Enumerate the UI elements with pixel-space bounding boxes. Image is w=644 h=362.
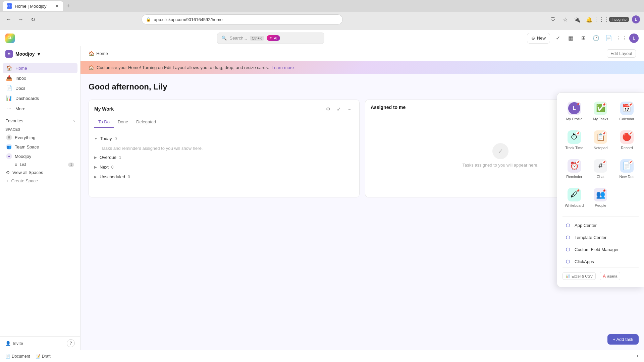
dropdown-menu-item-custom-field[interactable]: ⬡ Custom Field Manager (562, 243, 639, 255)
close-tab-icon[interactable]: ✕ (55, 3, 59, 9)
ai-badge[interactable]: ✦ AI (267, 35, 280, 41)
forward-button[interactable]: → (16, 15, 25, 24)
sidebar-item-dashboards[interactable]: 📊 Dashboards (3, 93, 77, 103)
footer-add-btn[interactable]: + (636, 354, 639, 359)
view-all-spaces[interactable]: ⊙ View all Spaces (3, 168, 77, 177)
my-profile-label: My Profile (566, 117, 583, 121)
edit-layout-button[interactable]: Edit Layout (607, 49, 636, 58)
apps-icon[interactable]: ⋮⋮⋮ (597, 15, 606, 24)
my-work-title: My Work (94, 106, 114, 112)
clock-icon-btn[interactable]: 🕐 (591, 33, 601, 43)
unscheduled-section[interactable]: ▶ Unscheduled 0 (94, 172, 354, 181)
space-item-everything[interactable]: ≡ Everything (3, 133, 77, 142)
my-work-actions: ⚙ ⤢ ··· (324, 105, 354, 113)
search-icon: 🔍 (221, 36, 227, 41)
tab-todo[interactable]: To Do (94, 117, 114, 128)
my-work-card: My Work ⚙ ⤢ ··· To Do Done Delegated (89, 100, 360, 197)
assigned-empty-text: Tasks assigned to you will appear here. (463, 163, 539, 168)
import-excel-btn[interactable]: 📊 Excel & CSV (562, 272, 596, 280)
dropdown-item-my-profile[interactable]: L 📌 My Profile (562, 98, 586, 124)
today-section[interactable]: ▼ Today 0 (94, 133, 354, 143)
columns-icon-btn[interactable]: ⊞ (578, 33, 588, 43)
refresh-button[interactable]: ↻ (28, 15, 38, 24)
my-work-more-btn[interactable]: ··· (345, 105, 354, 113)
grid-icon-btn[interactable]: ⋮⋮ (616, 33, 627, 43)
dropdown-item-chat[interactable]: # 📌 Chat (589, 156, 612, 182)
docs-label: Docs (15, 86, 25, 91)
dropdown-menu-item-app-center[interactable]: ⬡ App Center (562, 219, 639, 231)
pinned-rem-indicator: 📌 (576, 160, 580, 165)
footer-draft[interactable]: 📝 Draft (36, 354, 51, 359)
list-icon: ≡ (15, 162, 17, 167)
moodjoy-add-btn[interactable]: + (70, 154, 74, 159)
create-space[interactable]: + Create Space (3, 177, 77, 185)
pinned-chat-indicator: 📌 (602, 160, 606, 165)
doc-icon-btn[interactable]: 📄 (604, 33, 614, 43)
address-bar[interactable]: 🔒 app.clickup.com/9016164592/home (142, 14, 343, 24)
dropdown-item-calendar[interactable]: 📅 📌 Calendar (615, 98, 639, 124)
space-item-moodjoy[interactable]: ● Moodjoy ··· + (3, 152, 77, 161)
unscheduled-label: Unscheduled (100, 174, 125, 179)
new-doc-label: New Doc (620, 175, 635, 179)
sidebar-item-inbox[interactable]: 📥 Inbox (3, 73, 77, 83)
search-bar[interactable]: 🔍 Search... Ctrl+K ✦ AI (217, 33, 324, 44)
next-section[interactable]: ▶ Next 0 (94, 162, 354, 172)
back-button[interactable]: ← (4, 15, 13, 24)
space-item-team-space[interactable]: 👥 Team Space (3, 142, 77, 152)
workspace-label[interactable]: M Moodjoy ▾ (5, 50, 40, 58)
list-label: List (20, 162, 26, 167)
track-time-icon: ⏱ 📌 (568, 130, 581, 144)
sidebar-item-home[interactable]: 🏠 Home (3, 63, 77, 73)
bell-icon[interactable]: 🔔 (585, 15, 594, 24)
moodjoy-more-btn[interactable]: ··· (63, 154, 68, 159)
dropdown-menu-item-template-center[interactable]: ⬡ Template Center (562, 231, 639, 243)
dropdown-item-my-tasks[interactable]: ✅ 📌 My Tasks (589, 98, 612, 124)
calendar-icon: 📅 📌 (620, 102, 634, 115)
track-time-label: Track Time (565, 146, 583, 150)
new-doc-icon: 📄 📌 (620, 159, 634, 173)
moodjoy-icon: ● (6, 153, 12, 159)
dropdown-item-reminder[interactable]: ⏰ 📌 Reminder (562, 156, 586, 182)
content-area: M Moodjoy ▾ 🏠 Home 📥 Inbox 📄 Docs (0, 46, 644, 350)
dropdown-item-notepad[interactable]: 📋 📌 Notepad (589, 127, 612, 153)
footer-document[interactable]: 📄 Document (5, 354, 30, 359)
user-avatar[interactable]: L (629, 34, 639, 43)
help-button[interactable]: ? (67, 339, 75, 347)
dropdown-item-whiteboard[interactable]: 🖊 📌 Whiteboard (562, 185, 586, 211)
ai-security-icon[interactable]: 🛡 (548, 15, 558, 24)
pin-icon: 📌 (576, 103, 580, 106)
new-tab-button[interactable]: + (64, 3, 72, 10)
new-button[interactable]: ⊕ New (527, 33, 550, 44)
my-work-settings-btn[interactable]: ⚙ (324, 105, 332, 113)
check-icon-btn[interactable]: ✓ (553, 33, 563, 43)
dropdown-item-people[interactable]: 👥 📌 People (589, 185, 612, 211)
active-browser-tab[interactable]: CU Home | Moodjoy ✕ (3, 1, 63, 11)
dropdown-item-track-time[interactable]: ⏱ 📌 Track Time (562, 127, 586, 153)
favorites-header[interactable]: Favorites › (0, 116, 80, 125)
bookmark-icon[interactable]: ☆ (560, 15, 570, 24)
invite-button[interactable]: 👤 Invite (5, 341, 23, 346)
browser-profile-avatar[interactable]: L (632, 15, 640, 23)
banner-link[interactable]: Learn more (272, 65, 294, 70)
favorites-label: Favorites (5, 118, 23, 123)
tab-done[interactable]: Done (114, 117, 132, 128)
dropdown-menu-item-clickapps[interactable]: ⬡ ClickApps (562, 255, 639, 267)
sidebar: M Moodjoy ▾ 🏠 Home 📥 Inbox 📄 Docs (0, 46, 80, 350)
tab-delegated[interactable]: Delegated (132, 117, 160, 128)
pinned-note-indicator: 📌 (602, 131, 606, 136)
extension-icon[interactable]: 🔌 (573, 15, 582, 24)
chat-label: Chat (597, 175, 604, 179)
my-work-expand-btn[interactable]: ⤢ (334, 105, 343, 113)
banner: 🏠 Customize your Home! Turning on Edit L… (80, 61, 644, 74)
sidebar-item-docs[interactable]: 📄 Docs (3, 83, 77, 93)
browser-toolbar-right: 🛡 ☆ 🔌 🔔 ⋮⋮⋮ Incognito L (548, 15, 640, 24)
dropdown-item-new-doc[interactable]: 📄 📌 New Doc (615, 156, 639, 182)
sidebar-workspace[interactable]: M Moodjoy ▾ (0, 46, 80, 62)
sub-item-list[interactable]: ≡ List 1 (3, 161, 77, 168)
overdue-section[interactable]: ▶ Overdue 1 (94, 152, 354, 162)
table-icon-btn[interactable]: ▦ (566, 33, 576, 43)
clickup-logo[interactable]: CU (5, 34, 15, 43)
sidebar-item-more[interactable]: ··· More (3, 103, 77, 114)
import-asana-btn[interactable]: A asana (600, 272, 620, 280)
dropdown-item-record[interactable]: 🔴 📌 Record (615, 127, 639, 153)
